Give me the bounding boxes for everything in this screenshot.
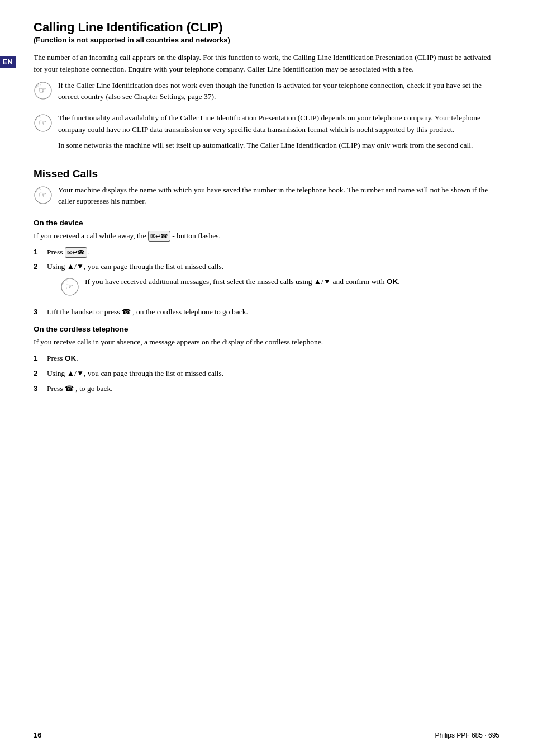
clip-note2-content: The functionality and availability of th…: [58, 112, 499, 155]
svg-text:☞: ☞: [65, 282, 73, 291]
svg-text:☞: ☞: [39, 86, 46, 95]
step1-button: ✉↩☎: [65, 247, 87, 258]
missed-calls-note1-block: ☞ Your machine displays the name with wh…: [34, 185, 499, 212]
svg-text:☞: ☞: [39, 190, 46, 200]
message-button-icon: ✉↩☎: [148, 231, 170, 242]
on-device-intro: If you received a call while away, the ✉…: [34, 230, 499, 242]
missed-calls-note1-text: Your machine displays the name with whic…: [58, 185, 499, 207]
on-device-step2: 2 Using ▲/▼, you can page through the li…: [34, 261, 499, 303]
on-cordless-step2: 2 Using ▲/▼, you can page through the li…: [34, 368, 499, 380]
clip-title: Calling Line Identification (CLIP): [34, 20, 499, 35]
tip-icon-2: ☞: [34, 114, 54, 134]
on-device-steps: 1 Press ✉↩☎. 2 Using ▲/▼, you can page t…: [34, 247, 499, 319]
step2-subnote: ☞ If you have received additional messag…: [60, 276, 400, 297]
missed-calls-title: Missed Calls: [34, 168, 499, 180]
on-device-step3: 3 Lift the handset or press ☎ , on the c…: [34, 306, 499, 318]
svg-text:☞: ☞: [39, 118, 46, 127]
clip-note2-text: The functionality and availability of th…: [58, 112, 499, 135]
tip-icon-3: ☞: [34, 186, 54, 206]
clip-note1-block: ☞ If the Caller Line Identification does…: [34, 80, 499, 107]
footer-brand: Philips PPF 685 · 695: [435, 731, 499, 739]
on-cordless-subtitle: On the cordless telephone: [34, 325, 499, 333]
tip-icon-4: ☞: [60, 277, 80, 297]
on-cordless-steps: 1 Press OK. 2 Using ▲/▼, you can page th…: [34, 353, 499, 395]
tip-icon-1: ☞: [34, 81, 54, 101]
on-device-subtitle: On the device: [34, 219, 499, 227]
footer-page-number: 16: [34, 731, 41, 739]
clip-note2-block: ☞ The functionality and availability of …: [34, 112, 499, 155]
step2-subnote-text: If you have received additional messages…: [85, 276, 400, 287]
clip-note2b-text: In some networks the machine will set it…: [58, 140, 499, 151]
on-device-step1: 1 Press ✉↩☎.: [34, 247, 499, 258]
handset-icon-1: ☎: [122, 308, 131, 316]
on-cordless-step1: 1 Press OK.: [34, 353, 499, 365]
handset-icon-2: ☎: [65, 384, 74, 393]
clip-subtitle: (Function is not supported in all countr…: [34, 36, 499, 44]
on-cordless-step3: 3 Press ☎ , to go back.: [34, 383, 499, 395]
clip-note1-text: If the Caller Line Identification does n…: [58, 80, 499, 103]
page: EN Calling Line Identification (CLIP) (F…: [0, 0, 533, 756]
on-cordless-intro: If you receive calls in your absence, a …: [34, 337, 499, 348]
footer: 16 Philips PPF 685 · 695: [0, 727, 533, 739]
clip-intro: The number of an incoming call appears o…: [34, 52, 499, 75]
en-label: EN: [0, 56, 16, 68]
